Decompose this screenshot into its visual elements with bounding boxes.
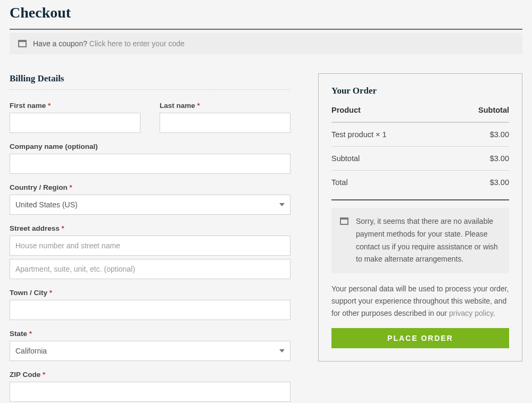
chevron-down-icon bbox=[279, 349, 285, 352]
first-name-input[interactable] bbox=[10, 113, 140, 133]
first-name-label: First name * bbox=[10, 102, 140, 110]
order-divider bbox=[331, 199, 509, 200]
chevron-down-icon bbox=[279, 203, 285, 206]
billing-title: Billing Details bbox=[10, 73, 290, 90]
order-item-name: Test product × 1 bbox=[331, 130, 387, 139]
order-item-row: Test product × 1 $3.00 bbox=[331, 123, 509, 147]
privacy-post: . bbox=[493, 309, 495, 317]
payment-notice: Sorry, it seems that there are no availa… bbox=[331, 208, 509, 273]
order-title: Your Order bbox=[331, 86, 509, 96]
street-label: Street address * bbox=[10, 224, 290, 232]
street2-input[interactable] bbox=[10, 259, 290, 279]
coupon-bar: Have a coupon? Click here to enter your … bbox=[10, 33, 522, 54]
country-value: United States (US) bbox=[15, 200, 78, 209]
notice-icon bbox=[340, 217, 348, 225]
order-head-product: Product bbox=[331, 106, 361, 114]
order-total-label: Total bbox=[331, 178, 348, 187]
coupon-icon bbox=[18, 40, 27, 47]
city-label: Town / City * bbox=[10, 289, 290, 297]
street1-input[interactable] bbox=[10, 236, 290, 256]
state-select[interactable]: California bbox=[10, 341, 290, 361]
place-order-button[interactable]: PLACE ORDER bbox=[331, 328, 509, 348]
order-subtotal-row: Subtotal $3.00 bbox=[331, 147, 509, 171]
billing-section: Billing Details First name * Last name *… bbox=[10, 73, 290, 403]
country-label: Country / Region * bbox=[10, 183, 290, 191]
last-name-input[interactable] bbox=[160, 113, 290, 133]
order-subtotal-value: $3.00 bbox=[490, 154, 509, 163]
privacy-policy-link[interactable]: privacy policy bbox=[449, 309, 493, 317]
zip-input[interactable] bbox=[10, 382, 290, 402]
zip-label: ZIP Code * bbox=[10, 371, 290, 379]
page-title: Checkout bbox=[10, 0, 522, 29]
order-item-price: $3.00 bbox=[490, 130, 509, 139]
order-header-row: Product Subtotal bbox=[331, 106, 509, 123]
title-divider bbox=[10, 29, 522, 30]
privacy-text: Your personal data will be used to proce… bbox=[331, 283, 509, 320]
coupon-link[interactable]: Click here to enter your code bbox=[89, 39, 185, 48]
last-name-label: Last name * bbox=[160, 102, 290, 110]
city-input[interactable] bbox=[10, 300, 290, 320]
coupon-prompt: Have a coupon? bbox=[33, 39, 89, 48]
country-select[interactable]: United States (US) bbox=[10, 195, 290, 215]
state-value: California bbox=[15, 347, 47, 355]
order-total-row: Total $3.00 bbox=[331, 171, 509, 194]
coupon-text: Have a coupon? Click here to enter your … bbox=[33, 39, 185, 48]
order-box: Your Order Product Subtotal Test product… bbox=[318, 73, 522, 362]
company-input[interactable] bbox=[10, 154, 290, 174]
payment-notice-text: Sorry, it seems that there are no availa… bbox=[356, 215, 501, 266]
company-label: Company name (optional) bbox=[10, 142, 290, 150]
order-head-subtotal: Subtotal bbox=[478, 106, 509, 114]
order-total-value: $3.00 bbox=[490, 178, 509, 187]
order-subtotal-label: Subtotal bbox=[331, 154, 360, 163]
state-label: State * bbox=[10, 330, 290, 338]
